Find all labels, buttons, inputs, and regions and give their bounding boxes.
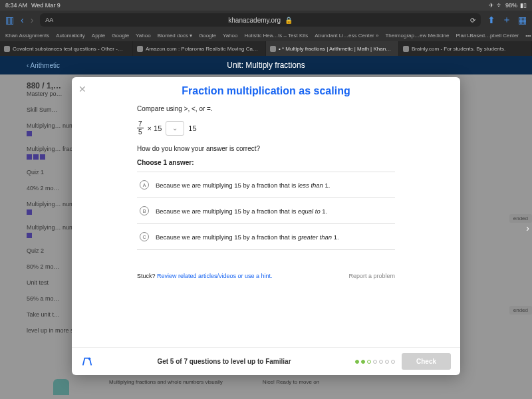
browser-tab[interactable]: Brainly.com - For students. By students.: [399, 41, 532, 56]
answer-choice[interactable]: BBecause we are multiplying 15 by a frac…: [137, 198, 395, 223]
bookmark-item[interactable]: Yahoo: [223, 33, 238, 39]
progress-dot: [379, 360, 383, 364]
fraction: 7 5: [137, 120, 144, 136]
recommended-badge: ended: [509, 214, 532, 223]
bg-lesson-title: Multiplying fractions and whole numbers …: [109, 379, 223, 395]
hint-link[interactable]: Review related articles/videos or use a …: [157, 273, 273, 279]
tab-label: Brainly.com - For students. By students.: [412, 46, 505, 52]
bg-ready-text: Nice! Ready to move on: [263, 379, 319, 395]
progress-dot: [361, 360, 365, 364]
bookmark-item[interactable]: Google: [199, 33, 216, 39]
bookmark-item[interactable]: Thermograp…ew Medicine: [385, 33, 449, 39]
next-arrow-icon[interactable]: ›: [526, 223, 529, 233]
choose-label: Choose 1 answer:: [137, 159, 395, 166]
browser-tab[interactable]: Covalent substances test questions - Oth…: [0, 41, 133, 56]
url-text: khanacademy.org: [228, 17, 281, 24]
mascot-icon: [53, 379, 69, 395]
airplane-icon: ✈: [489, 2, 494, 9]
report-problem-link[interactable]: Report a problem: [348, 273, 395, 279]
status-time: 8:34 AM: [5, 2, 27, 9]
progress-dot: [385, 360, 389, 364]
progress-text: Get 5 of 7 questions to level up to Fami…: [100, 358, 348, 365]
expression: 7 5 × 15 ⌄ 15: [137, 120, 395, 136]
choice-radio: A: [140, 180, 149, 190]
progress-dot: [373, 360, 377, 364]
share-icon[interactable]: ⬆: [487, 15, 495, 25]
choice-radio: C: [140, 232, 149, 241]
favicon: [403, 46, 409, 52]
refresh-icon[interactable]: ⟳: [470, 17, 475, 24]
exercise-title: Fraction multiplication as scaling: [72, 77, 460, 102]
sidebar-icon[interactable]: ▥: [5, 15, 14, 25]
tab-strip: Covalent substances test questions - Oth…: [0, 41, 532, 56]
back-icon[interactable]: ‹: [21, 15, 24, 25]
modal-footer: Get 5 of 7 questions to level up to Fami…: [72, 347, 460, 375]
favicon: [270, 46, 276, 52]
stuck-label: Stuck?: [137, 273, 156, 279]
choice-text: Because we are multiplying 15 by a fract…: [156, 233, 339, 241]
choice-text: Because we are multiplying 15 by a fract…: [156, 182, 330, 189]
compare-prompt: Compare using >, <, or =.: [137, 105, 395, 112]
svg-point-0: [88, 357, 91, 360]
choice-radio: B: [140, 206, 149, 215]
tab-label: Amazon.com : Potaroma Realistic Moving C…: [146, 46, 258, 52]
comparison-select[interactable]: ⌄: [166, 121, 184, 136]
tab-label: Covalent substances test questions - Oth…: [13, 46, 123, 52]
favicon: [4, 46, 10, 52]
choice-text: Because we are multiplying 15 by a fract…: [156, 207, 327, 215]
bookmark-item[interactable]: Yahoo: [136, 33, 151, 39]
ipad-status-bar: 8:34 AM Wed Mar 9 ✈ ᯤ 98% ▮▯: [0, 0, 532, 11]
lock-icon: 🔒: [285, 17, 293, 24]
progress-dots: [355, 360, 395, 364]
bookmark-item[interactable]: Abundant Li…ess Center »: [315, 33, 378, 39]
wifi-icon: ᯤ: [497, 2, 503, 9]
bookmark-item[interactable]: Plant-Based…pbell Center: [456, 33, 519, 39]
tab-label: • * Multiply fractions | Arithmetic | Ma…: [279, 46, 391, 52]
answer-choice[interactable]: CBecause we are multiplying 15 by a frac…: [137, 223, 395, 250]
followup-question: How do you know your answer is correct?: [137, 145, 395, 152]
bookmark-item[interactable]: Automaticity: [56, 33, 85, 39]
recommended-badge: ended: [509, 306, 532, 315]
mascot-icon: [81, 356, 93, 368]
progress-dot: [391, 360, 395, 364]
new-tab-icon[interactable]: ＋: [502, 14, 511, 26]
url-bar[interactable]: AA khanacademy.org 🔒 ⟳: [40, 13, 481, 27]
bookmarks-bar: Khan AssignmentsAutomaticityAppleGoogleY…: [0, 29, 532, 41]
battery-icon: ▮▯: [520, 2, 527, 9]
exercise-modal: ✕ Fraction multiplication as scaling Com…: [72, 77, 460, 375]
battery-percent: 98%: [505, 2, 517, 9]
bookmark-item[interactable]: Khan Assignments: [5, 33, 49, 39]
bookmark-item[interactable]: Apple: [92, 33, 105, 39]
check-button[interactable]: Check: [402, 353, 451, 370]
unit-title: Unit: Multiply fractions: [227, 61, 305, 70]
reader-icon[interactable]: AA: [45, 17, 53, 23]
bookmark-item[interactable]: Biomed docs ▾: [158, 33, 192, 39]
more-bookmarks-icon[interactable]: •••: [525, 33, 531, 39]
bookmark-item[interactable]: Google: [112, 33, 129, 39]
browser-tab[interactable]: Amazon.com : Potaroma Realistic Moving C…: [133, 41, 266, 56]
progress-dot: [367, 360, 371, 364]
safari-toolbar: ▥ ‹ › AA khanacademy.org 🔒 ⟳ ⬆ ＋ ▦: [0, 11, 532, 29]
forward-icon: ›: [31, 15, 34, 25]
answer-choice[interactable]: ABecause we are multiplying 15 by a frac…: [137, 172, 395, 198]
progress-dot: [355, 360, 359, 364]
close-icon[interactable]: ✕: [78, 84, 86, 94]
browser-tab[interactable]: • * Multiply fractions | Arithmetic | Ma…: [266, 41, 399, 56]
bookmark-item[interactable]: Holistic Hea…ts – Test Kits: [244, 33, 308, 39]
khan-unit-header: ‹ Arithmetic Unit: Multiply fractions: [0, 56, 532, 74]
tabs-icon[interactable]: ▦: [518, 15, 527, 25]
status-date: Wed Mar 9: [31, 2, 61, 9]
favicon: [137, 46, 143, 52]
breadcrumb[interactable]: ‹ Arithmetic: [27, 62, 60, 69]
